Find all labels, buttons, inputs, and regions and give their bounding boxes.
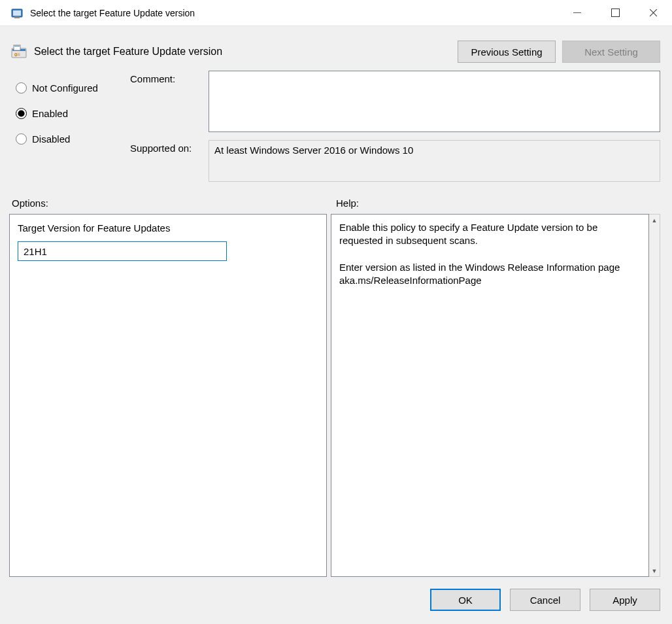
window-icon [10,7,24,20]
target-version-input[interactable] [18,241,227,261]
footer: OK Cancel Apply [0,586,672,624]
radio-disabled[interactable]: Disabled [16,133,130,145]
ok-button[interactable]: OK [430,589,501,611]
scroll-down-icon[interactable]: ▼ [649,565,660,576]
supported-on-text: At least Windows Server 2016 or Windows … [209,140,660,182]
radio-not-configured[interactable]: Not Configured [16,82,130,94]
radio-not-configured-label: Not Configured [32,82,98,94]
radio-disabled-input[interactable] [16,133,27,145]
svg-text:0≡: 0≡ [14,52,20,58]
help-scrollbar[interactable]: ▲ ▼ [649,214,660,577]
apply-button[interactable]: Apply [590,589,660,611]
help-pane: Enable this policy to specify a Feature … [331,214,649,577]
radio-enabled-label: Enabled [32,108,68,119]
cancel-button[interactable]: Cancel [510,589,580,611]
supported-on-label: Supported on: [130,140,209,154]
minimize-button[interactable] [558,0,596,26]
help-section-label: Help: [329,198,660,209]
window-title: Select the target Feature Update version [30,8,558,18]
titlebar: Select the target Feature Update version [0,0,672,26]
close-button[interactable] [634,0,672,26]
scroll-up-icon[interactable]: ▲ [649,215,660,226]
svg-rect-1 [13,10,21,16]
client-area: 0≡ Select the target Feature Update vers… [0,26,672,624]
comment-input[interactable] [209,71,660,132]
options-section-label: Options: [12,198,329,209]
target-version-label: Target Version for Feature Updates [18,222,318,234]
policy-title: Select the target Feature Update version [34,46,451,58]
policy-header: 0≡ Select the target Feature Update vers… [0,26,672,68]
comment-label: Comment: [130,71,209,84]
radio-enabled[interactable]: Enabled [16,108,130,119]
svg-rect-6 [14,46,20,46]
options-pane: Target Version for Feature Updates [9,214,327,577]
maximize-button[interactable] [596,0,634,26]
radio-disabled-label: Disabled [32,133,70,145]
svg-rect-2 [14,16,20,18]
next-setting-button[interactable]: Next Setting [562,41,660,63]
radio-not-configured-input[interactable] [16,82,27,94]
radio-enabled-input[interactable] [16,108,27,119]
policy-icon: 0≡ [10,43,27,60]
previous-setting-button[interactable]: Previous Setting [458,41,556,63]
